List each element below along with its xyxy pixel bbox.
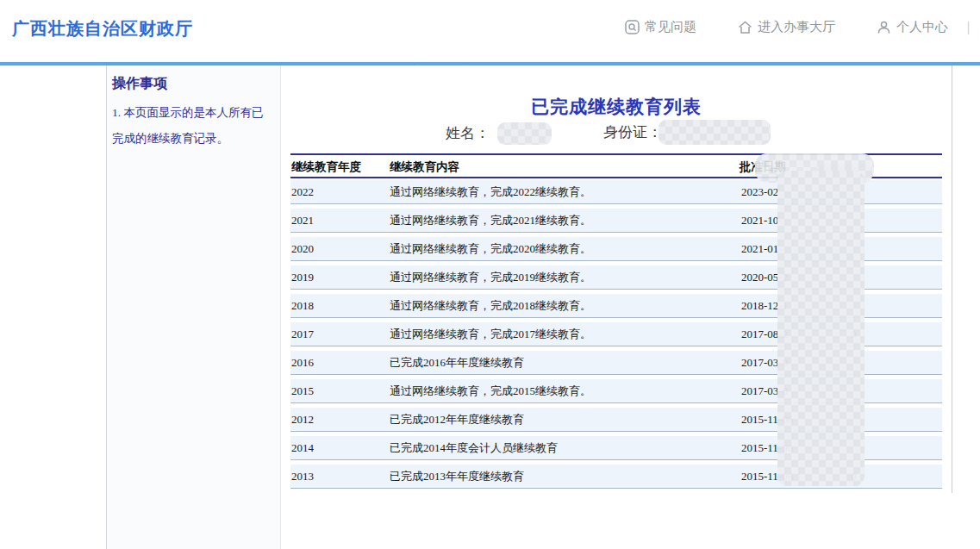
name-label: 姓名： <box>446 123 490 143</box>
cell-year: 2014 <box>291 436 314 459</box>
sidebar-note-line2: 完成的继续教育记录。 <box>112 126 275 152</box>
cell-content: 通过网络继续教育，完成2017继续教育。 <box>390 322 591 346</box>
nav-service-hall[interactable]: 进入办事大厅 <box>738 19 835 35</box>
nav-divider: ｜ <box>962 19 975 35</box>
cell-year: 2022 <box>291 180 314 203</box>
cell-year: 2021 <box>291 209 314 232</box>
cell-content: 通过网络继续教育，完成2019继续教育。 <box>390 265 591 289</box>
faq-icon <box>625 20 640 34</box>
cell-content: 已完成2014年度会计人员继续教育 <box>390 436 558 459</box>
site-logo[interactable]: 广西壮族自治区财政厅 <box>12 17 193 41</box>
cell-year: 2016 <box>291 351 314 374</box>
cell-date: 2021-10- <box>741 209 783 232</box>
cell-content: 通过网络继续教育，完成2020继续教育。 <box>390 237 591 260</box>
cell-year: 2017 <box>291 322 314 346</box>
privacy-blur-id <box>659 120 771 145</box>
id-label: 身份证： <box>603 122 662 142</box>
user-icon <box>877 20 891 34</box>
cell-content: 通过网络继续教育，完成2015继续教育。 <box>390 379 591 402</box>
privacy-blur-dates <box>777 171 865 486</box>
column-header-year: 继续教育年度 <box>291 157 361 177</box>
privacy-blur-name <box>497 122 552 145</box>
sidebar-title: 操作事项 <box>112 75 280 93</box>
cell-year: 2019 <box>291 265 314 289</box>
page-header: 广西壮族自治区财政厅 常见问题 进入办事大厅 个人中心 ｜ <box>0 0 980 66</box>
sidebar: 操作事项 1. 本页面显示的是本人所有已 完成的继续教育记录。 <box>106 66 281 549</box>
cell-year: 2018 <box>291 294 314 317</box>
cell-year: 2015 <box>291 379 314 402</box>
cell-content: 通过网络继续教育，完成2021继续教育。 <box>390 209 591 232</box>
cell-content: 已完成2016年年度继续教育 <box>390 351 524 374</box>
content-right-border <box>952 66 952 493</box>
cell-content: 通过网络继续教育，完成2018继续教育。 <box>390 294 591 317</box>
sidebar-note-line1: 1. 本页面显示的是本人所有已 <box>112 100 275 126</box>
cell-year: 2020 <box>291 237 314 260</box>
cell-year: 2012 <box>291 408 314 431</box>
cell-content: 通过网络继续教育，完成2022继续教育。 <box>390 180 591 203</box>
nav-service-hall-label: 进入办事大厅 <box>758 19 835 35</box>
cell-date: 2023-02 <box>741 180 778 203</box>
cell-content: 已完成2013年年度继续教育 <box>390 465 524 488</box>
top-nav: 常见问题 进入办事大厅 个人中心 ｜ <box>625 19 980 35</box>
nav-faq-label: 常见问题 <box>645 19 696 35</box>
cell-content: 已完成2012年年度继续教育 <box>390 408 524 431</box>
page: 当前位置：首页＞已完成继续教育列表 广西壮族自治区财政厅 常见问题 进入办事大厅 <box>0 0 980 549</box>
nav-personal-center-label: 个人中心 <box>896 19 948 35</box>
page-title: 已完成继续教育列表 <box>290 95 942 119</box>
sidebar-note: 1. 本页面显示的是本人所有已 完成的继续教育记录。 <box>112 100 275 152</box>
home-icon <box>738 20 752 34</box>
nav-faq[interactable]: 常见问题 <box>625 19 696 35</box>
cell-date: 2021-01- <box>741 237 783 260</box>
nav-personal-center[interactable]: 个人中心 ｜ <box>877 19 980 35</box>
cell-year: 2013 <box>291 465 314 488</box>
column-header-content: 继续教育内容 <box>390 157 459 177</box>
